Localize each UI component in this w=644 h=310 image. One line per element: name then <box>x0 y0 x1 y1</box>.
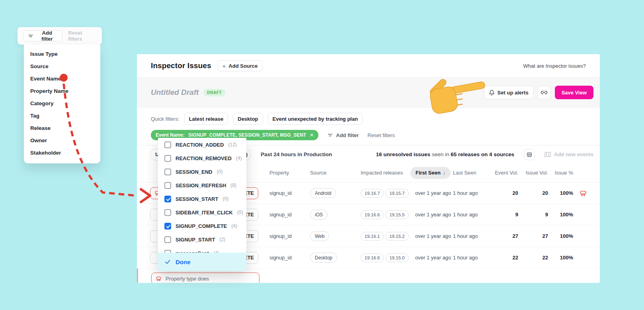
property-cell: signup_id <box>269 233 310 239</box>
add-filter-button[interactable]: Add filter <box>327 132 359 138</box>
event-option[interactable]: SIGNUP_START(2) <box>158 233 246 246</box>
checkbox[interactable] <box>164 236 171 243</box>
calendar-icon <box>527 152 532 157</box>
menu-item-tag[interactable]: Tag <box>24 110 100 122</box>
issue-pct-cell: 100% <box>548 233 573 239</box>
checkbox[interactable] <box>164 182 171 189</box>
event-option-label: SIDEBAR_ITEM_CLICK <box>176 210 233 216</box>
summary-releases-count: 65 releases on 4 sources <box>451 151 514 157</box>
quick-filters-label: Quick filters: <box>151 116 180 122</box>
help-link[interactable]: What are Inspector issues? <box>523 63 586 69</box>
col-first-seen-sort[interactable]: First Seen↓ <box>410 167 451 179</box>
source-badge: Desktop <box>310 253 337 263</box>
quick-filter-event-unexpected[interactable]: Event unexpected by tracking plan <box>268 113 363 125</box>
filter-toolbar: Add filter Reset filters <box>18 27 102 45</box>
event-option[interactable]: REACTION_ADDED(12) <box>158 138 246 151</box>
filter-icon <box>28 33 33 39</box>
quick-filter-latest-release[interactable]: Latest release <box>184 113 228 125</box>
checkbox[interactable] <box>164 250 171 253</box>
close-icon[interactable]: ✕ <box>310 132 314 138</box>
checkbox[interactable] <box>164 209 171 216</box>
draft-title: Untitled Draft <box>151 88 199 97</box>
event-name-dropdown: REACTION_ADDED(12) REACTION_REMOVED(4) S… <box>158 138 246 271</box>
draft-status-badge: DRAFT <box>203 89 225 96</box>
event-option-count: (0) <box>237 210 243 215</box>
col-first-seen-label: First Seen <box>416 170 441 176</box>
add-filter-label: Add filter <box>336 132 359 138</box>
release-badge: 19.16.1 <box>361 232 384 241</box>
filter-icon <box>327 132 333 138</box>
save-view-button[interactable]: Save View <box>555 86 593 99</box>
panel-header: Inspector Issues + Add Source What are I… <box>137 54 600 77</box>
quick-filters-row: Quick filters: Latest release Desktop Ev… <box>151 113 586 125</box>
done-label: Done <box>176 259 191 265</box>
property-cell: signup_id <box>269 255 310 261</box>
set-up-alerts-button[interactable]: Set up alerts <box>484 86 533 99</box>
add-filter-toolbar-button[interactable]: Add filter <box>23 30 62 41</box>
calendar-button[interactable] <box>524 149 535 160</box>
event-vol-cell: 9 <box>485 212 518 218</box>
release-badge: 19.15.5 <box>385 210 408 219</box>
release-badge: 19.15.2 <box>385 232 408 241</box>
event-option-count: (0) <box>222 196 228 202</box>
source-badge: iOS <box>310 210 328 220</box>
page-title: Inspector Issues <box>151 61 211 70</box>
menu-item-event-name[interactable]: Event Name <box>24 73 100 85</box>
release-badge: 19.16.6 <box>361 253 384 262</box>
checkbox[interactable] <box>164 223 171 230</box>
issue-text-partial: Property type does <box>166 276 209 282</box>
first-seen-cell: over 1 year ago <box>415 233 453 239</box>
event-option[interactable]: SESSION_START(0) <box>158 192 246 206</box>
reset-filters-toolbar-button[interactable]: Reset filters <box>68 30 96 42</box>
done-button[interactable]: Done <box>158 253 246 271</box>
active-filter-name: Event Name: <box>156 132 185 138</box>
event-option-count: (0) <box>217 169 222 175</box>
checkbox[interactable] <box>164 141 171 148</box>
checkbox[interactable] <box>164 169 171 175</box>
property-cell: signup_id <box>269 212 310 218</box>
event-option[interactable]: SIDEBAR_ITEM_CLICK(0) <box>158 206 246 219</box>
checkbox[interactable] <box>164 196 171 202</box>
menu-item-stakeholder[interactable]: Stakeholder <box>24 147 100 159</box>
quick-filter-desktop[interactable]: Desktop <box>233 113 263 125</box>
col-last-seen: Last Seen <box>453 170 485 176</box>
event-option-count: (8) <box>230 182 236 188</box>
event-option[interactable]: SESSION_END(0) <box>158 165 246 179</box>
event-option-label: SIGNUP_COMPLETE <box>176 223 227 229</box>
event-option-count: (4) <box>231 223 237 229</box>
add-source-button[interactable]: + Add Source <box>218 60 263 71</box>
add-filter-toolbar-label: Add filter <box>36 30 58 42</box>
last-seen-cell: 1 hour ago <box>453 233 485 239</box>
copy-link-button[interactable] <box>537 86 551 99</box>
reset-filters-button[interactable]: Reset filters <box>367 132 395 138</box>
col-property: Property <box>269 170 310 176</box>
event-option[interactable]: SIGNUP_COMPLETE(4) <box>158 219 246 233</box>
checkbox[interactable] <box>164 155 171 162</box>
event-option[interactable]: messageSent(4) <box>158 246 246 253</box>
menu-item-source[interactable]: Source <box>24 60 100 73</box>
page: Inspector Issues + Add Source What are I… <box>0 0 644 310</box>
add-new-events-button[interactable]: Add new events <box>544 151 593 158</box>
menu-item-owner[interactable]: Owner <box>24 134 100 147</box>
menu-item-release[interactable]: Release <box>24 122 100 134</box>
event-vol-cell: 20 <box>485 190 518 196</box>
menu-item-category[interactable]: Category <box>24 97 100 110</box>
event-option[interactable]: SESSION_REFRESH(8) <box>158 179 246 192</box>
issue-chip-partial: Property type does <box>151 273 260 283</box>
issue-vol-cell: 22 <box>518 255 548 261</box>
first-seen-cell: over 1 year ago <box>415 190 453 196</box>
sort-desc-icon: ↓ <box>443 170 446 176</box>
event-vol-cell: 22 <box>485 255 518 261</box>
plus-icon: + <box>222 63 226 69</box>
release-badge: 19.16.7 <box>361 189 384 198</box>
issue-vol-cell: 9 <box>518 212 548 218</box>
menu-item-property-name[interactable]: Property Name <box>24 85 100 97</box>
menu-item-issue-type[interactable]: Issue Type <box>24 48 100 60</box>
event-option-label: REACTION_ADDED <box>176 142 224 148</box>
event-option-label: SESSION_REFRESH <box>176 182 226 188</box>
add-new-events-label: Add new events <box>554 151 593 157</box>
event-option[interactable]: REACTION_REMOVED(4) <box>158 151 246 165</box>
event-option-count: (12) <box>228 142 236 147</box>
event-options-list: REACTION_ADDED(12) REACTION_REMOVED(4) S… <box>158 138 246 253</box>
bell-icon <box>489 90 495 96</box>
